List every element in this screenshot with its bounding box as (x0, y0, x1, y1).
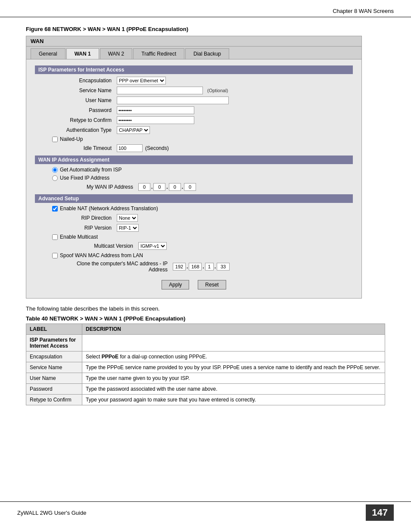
clone-ip-oct4[interactable] (217, 263, 230, 271)
wan-ip-label: My WAN IP Address (69, 184, 138, 190)
row-desc: Type the user name given to you by your … (82, 373, 385, 384)
auto-ip-radio[interactable] (52, 167, 58, 173)
wan-ui-box: WAN General WAN 1 WAN 2 Traffic Redirect… (26, 36, 362, 299)
auto-ip-row: Get Automatically from ISP (35, 167, 353, 173)
row-desc: Type the password associated with the us… (82, 384, 385, 395)
auth-type-select[interactable]: CHAP/PAP (117, 126, 150, 134)
table-row: Service Name Type the PPPoE service name… (26, 362, 385, 373)
clone-ip-oct3[interactable] (205, 263, 214, 271)
encapsulation-row: Encapsulation PPP over Ethernet (35, 77, 353, 84)
rip-version-select[interactable]: RIP-1 (117, 224, 139, 232)
idle-timeout-input[interactable] (117, 144, 143, 152)
rip-direction-select[interactable]: None (117, 214, 138, 222)
wan-ip-control: . . . (138, 183, 196, 191)
multicast-version-select[interactable]: IGMP-v1 (138, 242, 167, 250)
enable-multicast-checkbox[interactable] (52, 234, 58, 240)
rip-direction-label: RIP Direction (35, 215, 117, 221)
password-input[interactable] (117, 106, 194, 114)
page-footer: ZyWALL 2WG User's Guide 147 (0, 501, 411, 523)
idle-timeout-unit: (Seconds) (145, 145, 169, 151)
col-label-header: LABEL (26, 324, 82, 335)
wan-ip-oct2[interactable] (153, 183, 165, 191)
row-label: ISP Parameters for Internet Access (26, 335, 82, 352)
password-row: Password (35, 106, 353, 114)
service-name-control: (Optional) (117, 87, 228, 94)
wan-ip-row: My WAN IP Address . . . (35, 183, 353, 191)
spoof-wan-checkbox[interactable] (52, 253, 58, 258)
service-name-row: Service Name (Optional) (35, 87, 353, 94)
tab-general[interactable]: General (31, 48, 65, 59)
tab-wan2[interactable]: WAN 2 (100, 48, 133, 59)
clone-ip-row: Clone the computer's MAC address - IP Ad… (35, 261, 353, 273)
row-label: User Name (26, 373, 82, 384)
password-control (117, 106, 194, 114)
retype-label: Retype to Confirm (35, 117, 117, 123)
retype-control (117, 116, 194, 124)
user-name-label: User Name (35, 97, 117, 103)
retype-input[interactable] (117, 116, 194, 124)
wan-ip-section-header: WAN IP Address Assignment (35, 156, 353, 164)
rip-direction-row: RIP Direction None (35, 214, 353, 222)
user-name-control (117, 96, 229, 104)
clone-ip-oct1[interactable] (173, 263, 186, 271)
idle-timeout-label: Idle Timeout (35, 145, 117, 151)
rip-version-label: RIP Version (35, 225, 117, 231)
rip-version-control: RIP-1 (117, 224, 139, 232)
table-row: Retype to Confirm Type your password aga… (26, 395, 385, 405)
row-desc: Select PPPoE for a dial-up connection us… (82, 352, 385, 362)
reset-button[interactable]: Reset (198, 280, 226, 289)
idle-timeout-row: Idle Timeout (Seconds) (35, 144, 353, 152)
clone-ip-control: . . . (173, 263, 230, 271)
spoof-wan-row: Spoof WAN MAC Address from LAN (35, 252, 353, 258)
tab-dial-backup[interactable]: Dial Backup (185, 48, 229, 59)
table-row: Encapsulation Select PPPoE for a dial-up… (26, 352, 385, 362)
tab-wan1[interactable]: WAN 1 (66, 48, 99, 59)
fixed-ip-row: Use Fixed IP Address (35, 175, 353, 181)
multicast-version-label: Multicast Version (69, 243, 138, 249)
rip-version-row: RIP Version RIP-1 (35, 224, 353, 232)
multicast-version-row: Multicast Version IGMP-v1 (35, 242, 353, 250)
page-header: Chapter 8 WAN Screens (0, 0, 411, 17)
idle-timeout-control: (Seconds) (117, 144, 169, 152)
tab-traffic-redirect[interactable]: Traffic Redirect (133, 48, 184, 59)
row-label: Retype to Confirm (26, 395, 82, 405)
row-label: Service Name (26, 362, 82, 373)
table-row: User Name Type the user name given to yo… (26, 373, 385, 384)
user-name-input[interactable] (117, 96, 229, 104)
row-desc: Type your password again to make sure th… (82, 395, 385, 405)
row-desc: Type the PPPoE service name provided to … (82, 362, 385, 373)
encapsulation-label: Encapsulation (35, 78, 117, 84)
wan-title: WAN (26, 36, 361, 47)
clone-ip-oct2[interactable] (189, 263, 202, 271)
fixed-ip-radio[interactable] (52, 175, 58, 181)
service-name-input[interactable] (117, 87, 203, 94)
form-body: ISP Parameters for Internet Access Encap… (26, 59, 361, 298)
retype-row: Retype to Confirm (35, 116, 353, 124)
apply-button[interactable]: Apply (162, 280, 189, 289)
enable-nat-checkbox[interactable] (52, 206, 58, 212)
fixed-ip-label: Use Fixed IP Address (60, 175, 109, 181)
description-table: LABEL DESCRIPTION ISP Parameters for Int… (26, 324, 385, 405)
enable-multicast-label: Enable Multicast (60, 234, 98, 240)
enable-multicast-row: Enable Multicast (35, 234, 353, 240)
footer-left: ZyWALL 2WG User's Guide (17, 510, 86, 516)
button-row: Apply Reset (35, 275, 353, 294)
clone-ip-label: Clone the computer's MAC address - IP Ad… (61, 261, 173, 273)
wan-ip-oct3[interactable] (169, 183, 181, 191)
nailed-up-checkbox[interactable] (52, 137, 58, 142)
optional-text: (Optional) (207, 88, 228, 93)
advanced-section-header: Advanced Setup (35, 194, 353, 203)
auth-type-control: CHAP/PAP (117, 126, 150, 134)
table-row: Password Type the password associated wi… (26, 384, 385, 395)
multicast-version-control: IGMP-v1 (138, 242, 167, 250)
tab-bar: General WAN 1 WAN 2 Traffic Redirect Dia… (26, 47, 361, 59)
row-desc (82, 335, 385, 352)
col-desc-header: DESCRIPTION (82, 324, 385, 335)
page-number: 147 (366, 504, 394, 521)
wan-ip-oct4[interactable] (184, 183, 196, 191)
table-caption: Table 40 NETWORK > WAN > WAN 1 (PPPoE En… (26, 315, 385, 322)
auth-type-row: Authentication Type CHAP/PAP (35, 126, 353, 134)
figure-caption: Figure 68 NETWORK > WAN > WAN 1 (PPPoE E… (26, 26, 385, 32)
encapsulation-select[interactable]: PPP over Ethernet (117, 77, 166, 84)
wan-ip-oct1[interactable] (138, 183, 150, 191)
